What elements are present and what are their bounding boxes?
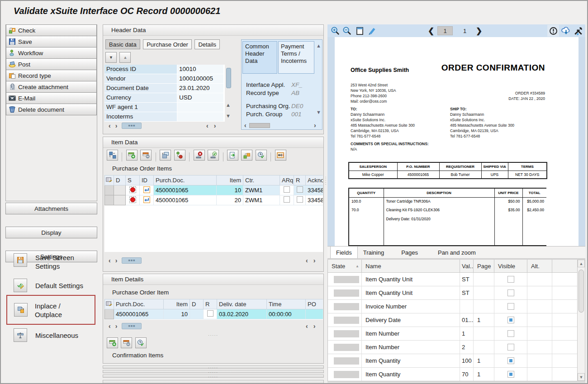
hscroll-left2-icon[interactable]: ‹ [206,123,209,129]
tab-training[interactable]: Training [358,247,389,258]
col-ctr[interactable]: Ctr. [243,175,280,185]
scroll-up-icon[interactable]: ▲ [226,103,231,108]
visible-checkbox[interactable] [507,371,514,378]
flow-button[interactable] [241,150,252,161]
visible-checkbox[interactable] [507,289,514,296]
current-page-input[interactable]: 1 [437,26,453,35]
schedule-check-button[interactable] [256,150,267,161]
detail-hscroll-left-icon[interactable]: ‹ [109,323,111,329]
cell-purch-doc[interactable]: 4500001065 [114,309,164,319]
cell-item[interactable]: 10 [164,309,190,319]
field-row[interactable]: Invoice Number [328,300,577,313]
detail-hscroll-left2-icon[interactable]: ‹ [306,323,308,329]
email-button[interactable]: E-Mail [6,92,97,104]
cell-purch-doc[interactable]: 4500001065 [154,195,217,205]
move-down-button[interactable]: ▼ [105,52,117,63]
field-row[interactable]: Item Quantity 70 1 [328,368,577,381]
splitter-horizontal[interactable]: ..... [103,333,323,336]
subpanel-hscroll-thumb[interactable] [249,123,270,128]
cell-deliv-date[interactable]: 03.02.2020 [217,309,267,319]
highlighter-button[interactable] [366,25,378,37]
col-item[interactable]: Item [217,175,243,185]
fields-hscrollbar[interactable] [327,382,585,384]
splitter-bar[interactable]: ..... [103,370,324,373]
transfer-items-button[interactable] [107,150,118,161]
cell-item[interactable]: 10 [217,185,243,195]
workflow-button[interactable]: Workflow [6,47,97,59]
field-row[interactable]: Item Number 1 [328,327,577,341]
link-item-icon[interactable] [143,186,150,193]
field-row[interactable]: Item Quantity Unit ST [328,273,577,286]
announce-button[interactable] [275,150,286,161]
r-checkbox[interactable] [297,186,303,193]
confirmation-add-row-button[interactable] [107,337,118,348]
visible-checkbox[interactable] [507,276,514,283]
miscellaneous-item[interactable]: Miscellaneous [14,328,100,342]
reject-stamp-button[interactable] [194,150,205,161]
splitter-bar[interactable] [103,380,324,384]
po-item-row[interactable]: 4500001065 20 ZWM1 334589 [105,195,323,205]
tab-payment-terms[interactable]: Payment Terms / Incoterms [278,41,314,74]
confirmation-schedule-button[interactable] [135,337,147,348]
tab-common-header-data[interactable]: Common Header Data [242,41,277,74]
col-purch-doc[interactable]: Purch.Doc. [154,175,217,185]
fields-vscrollbar[interactable]: ▲ ▼ [577,259,585,381]
col-d[interactable]: D [190,299,204,309]
post-button[interactable]: Post [6,58,97,70]
remove-row-button[interactable] [140,150,152,161]
field-value[interactable] [177,112,223,121]
fit-page-button[interactable] [354,25,365,37]
warnings-button[interactable] [547,25,559,37]
tab-pan-and-zoom[interactable]: Pan and zoom [432,247,481,258]
confirmation-remove-row-button[interactable] [121,337,132,348]
default-settings-item[interactable]: Default Settings [14,279,100,292]
col-d[interactable]: D [114,175,126,185]
items-hscroll-right-icon[interactable]: › [115,257,118,264]
tab-pages[interactable]: Pages [396,247,423,258]
subpanel-hscroll-left-icon[interactable]: ‹ [244,122,247,128]
tab-purchase-order[interactable]: Purchase Order [143,39,192,49]
visible-checkbox[interactable] [507,344,514,351]
col-ack[interactable]: Acknowled [306,175,323,185]
col-time[interactable]: Time [267,299,306,309]
tools-button[interactable] [572,25,584,37]
reassign-button[interactable] [174,150,185,161]
table-settings-icon[interactable] [106,300,113,307]
tab-basic-data[interactable]: Basic data [105,39,140,49]
cell-item[interactable]: 20 [217,195,243,205]
splitter-vertical[interactable] [324,24,327,382]
visible-checkbox[interactable] [507,303,514,310]
copy-item-button[interactable] [160,150,171,161]
scroll-down-button[interactable]: ▼ [578,373,585,381]
field-value[interactable]: 10010 [177,65,223,74]
zoom-out-button[interactable] [341,25,353,37]
scroll-down-icon[interactable]: ▼ [226,114,231,119]
col-item[interactable]: Item [164,299,190,309]
detail-hscroll-right2-icon[interactable]: › [313,323,316,329]
link-item-icon[interactable] [143,196,150,203]
items-hscroll-right2-icon[interactable]: › [313,257,316,264]
items-hscroll-thumb[interactable]: ■■■ [122,257,142,264]
add-row-button[interactable] [126,150,138,161]
field-value[interactable] [177,103,223,112]
arq-checkbox[interactable] [284,186,290,193]
visible-checkbox[interactable] [507,317,514,323]
field-row[interactable]: Item Number 2 [328,341,577,354]
row-selector[interactable] [105,309,114,319]
save-button[interactable]: Save [6,36,97,47]
row-selector[interactable] [105,185,114,195]
table-settings-icon[interactable] [106,176,113,183]
hscroll-left-icon[interactable]: ‹ [109,123,111,129]
detail-hscroll-right-icon[interactable]: › [115,323,118,329]
save-screen-settings-button[interactable] [14,253,27,267]
tab-fields[interactable]: Fields [330,246,358,258]
attachments-button[interactable]: Attachments [5,203,97,214]
subpanel-hscroll-right-icon[interactable]: › [314,122,316,128]
field-row[interactable]: Item Quantity 100 1 [328,354,577,368]
fields-col-value[interactable]: Val... [460,260,474,272]
cell-time[interactable]: 00:00:00 [267,309,306,319]
cell-ack[interactable]: 334589 [306,185,323,195]
tab-details[interactable]: Details [194,39,220,49]
field-value[interactable]: USD [177,93,223,102]
items-hscroll-left2-icon[interactable]: ‹ [306,257,308,264]
